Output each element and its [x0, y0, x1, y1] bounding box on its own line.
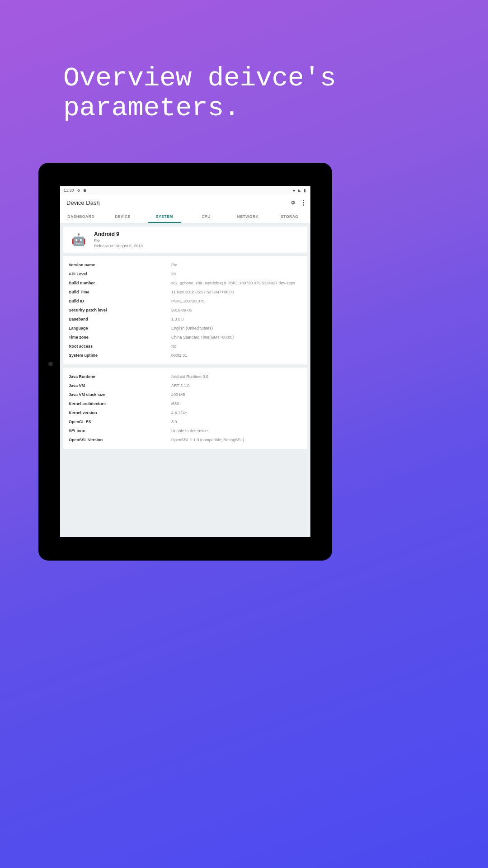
- info-row: Kernel version4.4.124+: [69, 408, 302, 417]
- os-summary-card: 🤖 Android 9 Pie Release on August 6, 201…: [63, 226, 307, 253]
- info-row: Baseband1.0.0.0: [69, 315, 302, 324]
- info-value: English (United States): [171, 326, 302, 330]
- info-key: Time zone: [69, 335, 171, 340]
- info-key: Version name: [69, 263, 171, 267]
- system-info-card: Version namePieAPI Level28Build numbersd…: [63, 256, 307, 364]
- info-key: Java VM: [69, 383, 171, 388]
- info-value: 2018-09-05: [171, 308, 302, 312]
- info-row: Java VMART 2.1.0: [69, 381, 302, 390]
- settings-button[interactable]: [290, 199, 296, 206]
- app-indicator-icon: [83, 189, 87, 193]
- info-row: LanguageEnglish (United States): [69, 324, 302, 333]
- gear-icon: [76, 189, 80, 193]
- tab-cpu[interactable]: CPU: [185, 211, 227, 223]
- info-key: System uptime: [69, 353, 171, 358]
- info-row: Build IDPSR1.180720.075: [69, 297, 302, 306]
- tablet-frame: 11:30 Device Dash: [38, 163, 332, 561]
- info-row: API Level28: [69, 269, 302, 278]
- info-value: No: [171, 344, 302, 349]
- app-title: Device Dash: [66, 199, 100, 206]
- info-value: Unable to determine: [171, 429, 302, 433]
- info-value: OpenSSL 1.1.0 (compatible; BoringSSL): [171, 438, 302, 442]
- info-row: Java VM stack size403 MB: [69, 390, 302, 399]
- runtime-info-card: Java RuntimeAndroid Runtime 0.9Java VMAR…: [63, 368, 307, 449]
- info-row: System uptime00:02:31: [69, 351, 302, 360]
- info-value: PSR1.180720.075: [171, 299, 302, 303]
- svg-rect-0: [84, 189, 86, 192]
- device-screen: 11:30 Device Dash: [60, 186, 310, 537]
- info-row: Version namePie: [69, 260, 302, 269]
- info-row: OpenSSL VersionOpenSSL 1.1.0 (compatible…: [69, 435, 302, 444]
- tab-dashboard[interactable]: DASHBOARD: [60, 211, 102, 223]
- info-row: Kernel architecturei686: [69, 399, 302, 408]
- info-row: Security patch level2018-09-05: [69, 306, 302, 315]
- info-row: OpenGL ES3.0: [69, 417, 302, 426]
- info-key: OpenGL ES: [69, 420, 171, 424]
- info-key: Java Runtime: [69, 374, 171, 379]
- info-value: 1.0.0.0: [171, 317, 302, 321]
- info-key: Language: [69, 326, 171, 330]
- app-bar: Device Dash: [60, 194, 310, 211]
- tablet-camera: [48, 362, 53, 366]
- battery-icon: [303, 189, 307, 193]
- info-row: Build numbersdk_gphone_x86-userdebug 9 P…: [69, 278, 302, 288]
- info-value: China Standard Time(GMT+08:00): [171, 335, 302, 340]
- info-value: ART 2.1.0: [171, 383, 302, 388]
- signal-icon: [297, 189, 301, 193]
- info-key: API Level: [69, 272, 171, 276]
- info-key: Security patch level: [69, 308, 171, 312]
- android-icon: 🤖: [69, 232, 89, 247]
- tab-network[interactable]: NETWORK: [227, 211, 268, 223]
- info-value: sdk_gphone_x86-userdebug 9 PSR1.180720.0…: [171, 281, 302, 285]
- info-key: Java VM stack size: [69, 392, 171, 397]
- tab-storag[interactable]: STORAG: [269, 211, 310, 223]
- tab-bar: DASHBOARDDEVICESYSTEMCPUNETWORKSTORAG: [60, 211, 310, 223]
- info-key: Kernel architecture: [69, 401, 171, 406]
- info-key: Build ID: [69, 299, 171, 303]
- wifi-icon: [292, 189, 296, 193]
- tab-device[interactable]: DEVICE: [102, 211, 143, 223]
- info-key: SELinux: [69, 429, 171, 433]
- info-value: 28: [171, 272, 302, 276]
- promo-headline: Overview deivce's parameters.: [63, 63, 434, 123]
- info-key: Build Time: [69, 290, 171, 294]
- info-value: 00:02:31: [171, 353, 302, 358]
- overflow-menu-button[interactable]: [302, 200, 304, 206]
- info-row: SELinuxUnable to determine: [69, 426, 302, 435]
- info-key: Kernel version: [69, 410, 171, 415]
- os-release-date: Release on August 6, 2018: [94, 244, 302, 248]
- info-row: Time zoneChina Standard Time(GMT+08:00): [69, 333, 302, 342]
- info-value: 4.4.124+: [171, 410, 302, 415]
- info-value: 3.0: [171, 420, 302, 424]
- os-codename: Pie: [94, 238, 302, 243]
- info-row: Build Time11 Nov 2018 05:57:53 GMT+08:00: [69, 288, 302, 297]
- info-key: OpenSSL Version: [69, 438, 171, 442]
- info-row: Root accessNo: [69, 342, 302, 351]
- info-value: i686: [171, 401, 302, 406]
- status-bar: 11:30: [60, 186, 310, 194]
- info-value: 11 Nov 2018 05:57:53 GMT+08:00: [171, 290, 302, 294]
- status-time: 11:30: [64, 188, 74, 193]
- info-row: Java RuntimeAndroid Runtime 0.9: [69, 372, 302, 381]
- info-key: Baseband: [69, 317, 171, 321]
- info-key: Build number: [69, 281, 171, 285]
- info-value: Pie: [171, 263, 302, 267]
- info-key: Root access: [69, 344, 171, 349]
- os-title: Android 9: [94, 231, 302, 237]
- tab-system[interactable]: SYSTEM: [144, 211, 185, 223]
- info-value: 403 MB: [171, 392, 302, 397]
- info-value: Android Runtime 0.9: [171, 374, 302, 379]
